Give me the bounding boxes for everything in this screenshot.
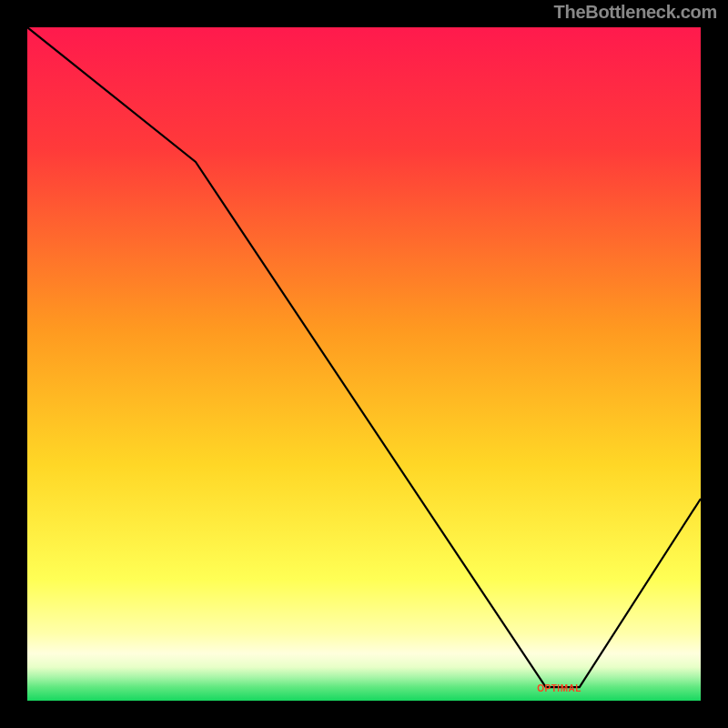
chart-container: TheBottleneck.com: [0, 0, 728, 728]
bottleneck-curve-line: [27, 27, 701, 701]
watermark-text: TheBottleneck.com: [554, 2, 717, 23]
plot-area: OPTIMAL: [27, 27, 701, 701]
optimal-marker-label: OPTIMAL: [537, 683, 581, 693]
